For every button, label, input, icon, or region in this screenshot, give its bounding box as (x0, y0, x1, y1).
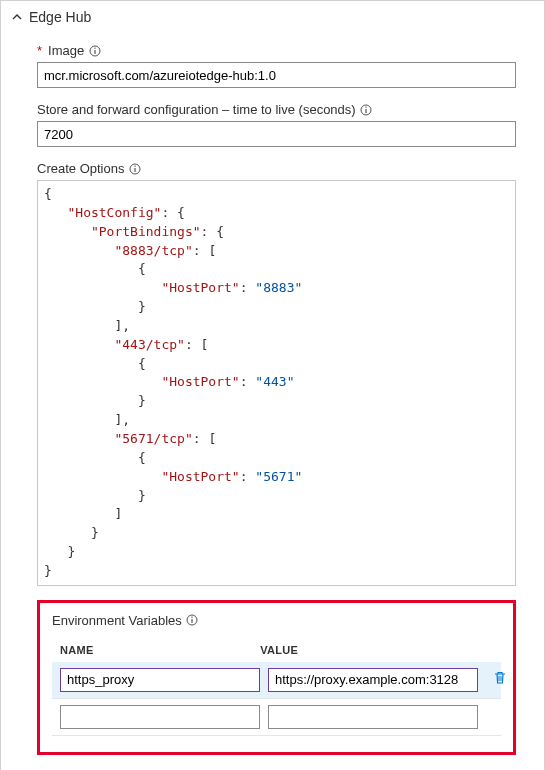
env-value-input[interactable] (268, 668, 478, 692)
create-options-field: Create Options { "HostConfig": { "PortBi… (37, 161, 516, 586)
info-icon[interactable] (186, 614, 199, 627)
env-value-input[interactable] (268, 705, 478, 729)
table-header: NAME VALUE (52, 638, 501, 662)
trash-icon (492, 670, 508, 689)
svg-rect-5 (366, 106, 367, 107)
environment-variables-section: Environment Variables NAME VALUE (37, 600, 516, 755)
svg-rect-8 (134, 165, 135, 166)
info-icon[interactable] (88, 44, 101, 57)
column-header-name: NAME (56, 644, 248, 656)
ttl-field: Store and forward configuration – time t… (37, 102, 516, 147)
env-vars-label: Environment Variables (52, 613, 182, 628)
info-icon[interactable] (360, 103, 373, 116)
table-row (52, 699, 501, 736)
env-vars-table: NAME VALUE (52, 638, 501, 736)
image-label: Image (48, 43, 84, 58)
svg-rect-11 (192, 617, 193, 618)
create-options-label: Create Options (37, 161, 124, 176)
env-name-input[interactable] (60, 668, 260, 692)
svg-rect-2 (94, 47, 95, 48)
env-name-input[interactable] (60, 705, 260, 729)
image-input[interactable] (37, 62, 516, 88)
delete-row-button[interactable] (490, 670, 510, 690)
create-options-editor[interactable]: { "HostConfig": { "PortBindings": { "888… (37, 180, 516, 586)
edge-hub-panel: Edge Hub * Image Store and forward confi… (0, 0, 545, 770)
svg-rect-7 (134, 168, 135, 172)
chevron-up-icon (11, 11, 23, 23)
svg-rect-4 (366, 109, 367, 113)
image-field: * Image (37, 43, 516, 88)
svg-rect-10 (192, 619, 193, 623)
ttl-label: Store and forward configuration – time t… (37, 102, 356, 117)
required-marker: * (37, 43, 42, 58)
svg-rect-1 (94, 50, 95, 54)
column-header-value: VALUE (260, 644, 462, 656)
table-row (52, 662, 501, 699)
section-title: Edge Hub (29, 9, 91, 25)
section-header[interactable]: Edge Hub (1, 1, 544, 33)
info-icon[interactable] (128, 162, 141, 175)
ttl-input[interactable] (37, 121, 516, 147)
